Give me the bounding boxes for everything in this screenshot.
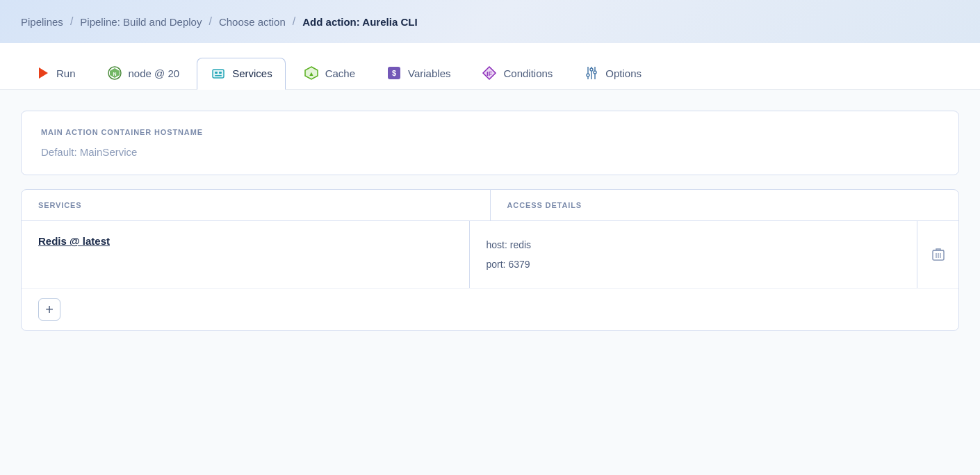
svg-rect-7 [219,72,222,74]
hostname-value: Default: MainService [41,146,939,158]
svg-point-17 [590,68,593,71]
tab-conditions[interactable]: IF Conditions [468,57,566,89]
services-col-header: SERVICES [22,190,490,220]
conditions-icon: IF [481,65,498,81]
tab-variables-label: Variables [408,67,450,79]
svg-text:N: N [113,72,116,77]
access-port: port: 6379 [487,255,901,274]
hostname-label: MAIN ACTION CONTAINER HOSTNAME [41,128,939,136]
breadcrumb-sep-3: / [293,15,295,28]
breadcrumb-bar: Pipelines / Pipeline: Build and Deploy /… [0,0,980,43]
access-col-header: ACCESS DETAILS [490,190,959,220]
service-name-col: Redis @ latest [22,221,469,288]
services-table-header: SERVICES ACCESS DETAILS [22,190,958,221]
delete-service-button[interactable] [929,245,947,264]
node-icon: N [106,65,123,81]
tab-options[interactable]: Options [570,57,655,89]
breadcrumb-sep-1: / [70,15,73,28]
tab-cache-label: Cache [325,67,355,79]
breadcrumb-sep-2: / [209,15,211,28]
svg-point-20 [587,74,589,77]
services-card: SERVICES ACCESS DETAILS Redis @ latest h… [21,189,959,331]
page-body: MAIN ACTION CONTAINER HOSTNAME Default: … [0,90,980,475]
run-icon [34,65,51,81]
main-content: Run N node @ 20 [0,43,980,475]
svg-point-23 [594,71,596,74]
tabs-bar: Run N node @ 20 [0,43,980,90]
trash-icon [932,248,945,261]
cache-icon: ▲ [303,65,320,81]
tab-variables[interactable]: $ Variables [373,57,464,89]
access-details-col: host: redis port: 6379 [469,221,917,288]
svg-rect-8 [215,75,222,77]
svg-text:▲: ▲ [308,70,314,77]
svg-text:$: $ [392,69,396,77]
tab-node[interactable]: N node @ 20 [93,57,193,89]
service-name-link[interactable]: Redis @ latest [38,235,110,247]
tab-run-label: Run [56,67,76,79]
hostname-card: MAIN ACTION CONTAINER HOSTNAME Default: … [21,111,959,175]
table-row: Redis @ latest host: redis port: 6379 [22,221,958,289]
breadcrumb-pipeline-build[interactable]: Pipeline: Build and Deploy [80,16,202,28]
add-service-button[interactable]: + [38,298,60,321]
options-icon [583,65,600,81]
breadcrumb-choose-action[interactable]: Choose action [219,16,286,28]
tab-run[interactable]: Run [21,57,89,89]
add-button-row: + [22,289,958,330]
svg-marker-0 [39,67,48,79]
tab-services-label: Services [232,67,272,79]
services-icon [210,65,227,82]
tab-conditions-label: Conditions [503,67,553,79]
access-host: host: redis [487,235,901,255]
breadcrumb-current: Add action: Aurelia CLI [302,16,417,28]
tab-options-label: Options [605,67,642,79]
variables-icon: $ [386,65,402,81]
tab-cache[interactable]: ▲ Cache [290,57,368,89]
svg-rect-6 [215,72,218,74]
svg-rect-4 [213,70,224,78]
delete-col [917,221,958,288]
svg-text:IF: IF [487,70,493,77]
tab-services[interactable]: Services [197,58,286,90]
tab-node-label: node @ 20 [129,67,180,79]
breadcrumb-pipelines[interactable]: Pipelines [21,16,63,28]
